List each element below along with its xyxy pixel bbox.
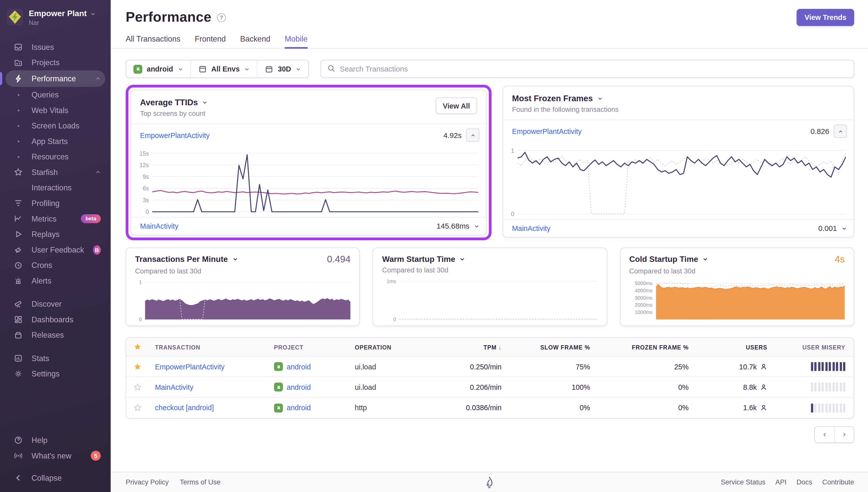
sidebar-item-stats[interactable]: Stats xyxy=(5,350,105,366)
sidebar-item-discover[interactable]: Discover xyxy=(5,296,105,312)
sidebar-item-issues[interactable]: Issues xyxy=(5,39,105,55)
sidebar-item-app-starts[interactable]: App Starts xyxy=(5,133,105,149)
footer-link-api[interactable]: API xyxy=(775,478,787,486)
column-header-users[interactable]: USERS xyxy=(689,343,767,350)
org-switcher[interactable]: Empower Plant Nar xyxy=(0,0,111,31)
favorite-star[interactable] xyxy=(126,403,149,412)
transaction-link[interactable]: checkout [android] xyxy=(155,403,214,412)
expand-chevron-icon[interactable] xyxy=(841,226,847,231)
most-frozen-frames-title-dropdown[interactable]: Most Frozen Frames xyxy=(512,94,618,103)
operation-cell: http xyxy=(355,403,438,412)
most-frozen-frames-chart[interactable] xyxy=(517,145,846,215)
slow-frame-cell: 100% xyxy=(502,383,590,391)
column-header-frozen-frame[interactable]: FROZEN FRAME % xyxy=(590,343,689,350)
footer-link-service-status[interactable]: Service Status xyxy=(721,478,765,486)
average-ttids-chart[interactable] xyxy=(152,148,478,213)
tpm-chart[interactable] xyxy=(145,278,351,320)
tab-backend[interactable]: Backend xyxy=(240,34,271,48)
expand-chevron-icon[interactable] xyxy=(474,223,479,229)
column-header-tpm[interactable]: TPM↓ xyxy=(438,343,502,350)
transaction-link[interactable]: EmpowerPlantActivity xyxy=(140,131,209,139)
sidebar-item-help[interactable]: Help xyxy=(5,432,105,448)
transaction-link[interactable]: EmpowerPlantActivity xyxy=(512,127,582,136)
search-input[interactable] xyxy=(321,60,854,78)
project-link[interactable]: android xyxy=(287,383,311,391)
sidebar-item-what-s-new[interactable]: What's new5 xyxy=(5,448,105,464)
favorite-column-header[interactable] xyxy=(126,343,149,351)
sidebar-item-profiling[interactable]: Profiling xyxy=(5,195,105,211)
card-title: Cold Startup Time xyxy=(629,255,698,264)
warm-startup-chart[interactable] xyxy=(399,277,597,320)
sidebar-item-metrics[interactable]: Metricsbeta xyxy=(5,211,105,227)
sidebar-item-dashboards[interactable]: Dashboards xyxy=(5,312,105,327)
transaction-link[interactable]: EmpowerPlantActivity xyxy=(155,362,225,371)
card-subtitle: Found in the following transactions xyxy=(512,106,618,114)
sidebar-item-queries[interactable]: Queries xyxy=(5,87,105,102)
sidebar-item-starfish[interactable]: Starfish xyxy=(5,165,105,180)
project-link[interactable]: android xyxy=(287,362,311,371)
warm-startup-title-dropdown[interactable]: Warm Startup Time xyxy=(382,254,465,264)
project-link[interactable]: android xyxy=(287,403,311,412)
sidebar-item-interactions[interactable]: Interactions xyxy=(5,180,105,196)
footer-link-terms-of-use[interactable]: Terms of Use xyxy=(180,478,221,486)
footer-link-contribute[interactable]: Contribute xyxy=(822,478,854,486)
content: android All Envs 30D xyxy=(111,49,868,458)
transaction-link[interactable]: MainActivity xyxy=(512,224,551,233)
sidebar-item-projects[interactable]: Projects xyxy=(5,55,105,71)
tpm-title-dropdown[interactable]: Transactions Per Minute xyxy=(135,254,238,264)
sidebar-item-web-vitals[interactable]: Web Vitals xyxy=(5,102,105,118)
sidebar-item-crons[interactable]: Crons xyxy=(5,257,105,273)
project-filter[interactable]: android xyxy=(126,60,191,78)
pagination xyxy=(126,426,854,443)
column-header-slow-frame[interactable]: SLOW FRAME % xyxy=(502,343,590,350)
sidebar-item-replays[interactable]: Replays xyxy=(5,226,105,242)
card-title: Average TTIDs xyxy=(140,97,198,107)
calendar-icon xyxy=(264,65,273,73)
collapse-sidebar-button[interactable]: Collapse xyxy=(5,470,105,486)
ttid-value: 4.92s xyxy=(443,131,462,139)
help-icon[interactable]: ? xyxy=(217,13,226,22)
favorite-star[interactable] xyxy=(126,383,149,391)
tab-mobile[interactable]: Mobile xyxy=(285,34,308,48)
tab-all-transactions[interactable]: All Transactions xyxy=(126,34,180,48)
date-range-filter[interactable]: 30D xyxy=(257,60,308,78)
next-page-button[interactable] xyxy=(834,427,854,442)
footer-link-privacy-policy[interactable]: Privacy Policy xyxy=(126,478,169,486)
chevron-down-icon xyxy=(202,99,208,105)
cold-startup-title-dropdown[interactable]: Cold Startup Time xyxy=(629,254,708,264)
column-header-operation[interactable]: OPERATION xyxy=(355,343,438,350)
column-header-transaction[interactable]: TRANSACTION xyxy=(149,343,274,350)
sidebar-item-label: Queries xyxy=(31,90,59,99)
sidebar-item-releases[interactable]: Releases xyxy=(5,327,105,343)
ttid-value: 145.68ms xyxy=(436,222,469,230)
sidebar-item-user-feedback[interactable]: User FeedbackB xyxy=(5,242,105,257)
y-tick-label: 0 xyxy=(511,211,514,217)
tab-frontend[interactable]: Frontend xyxy=(195,34,226,48)
collapse-toggle-button[interactable] xyxy=(834,125,847,138)
y-tick-label: 2000ms xyxy=(635,302,652,308)
chevron-down-icon xyxy=(460,254,465,264)
sidebar-item-resources[interactable]: Resources xyxy=(5,149,105,165)
collapse-toggle-button[interactable] xyxy=(466,128,480,142)
previous-page-button[interactable] xyxy=(815,427,834,442)
page-header: Performance ? View Trends All Transactio… xyxy=(111,0,868,48)
column-header-project[interactable]: PROJECT xyxy=(274,343,355,350)
sidebar-item-settings[interactable]: Settings xyxy=(5,366,105,382)
chevron-down-icon xyxy=(177,66,183,72)
favorite-star[interactable] xyxy=(126,362,149,371)
sidebar-item-alerts[interactable]: Alerts xyxy=(5,273,105,289)
environment-filter[interactable]: All Envs xyxy=(191,60,258,78)
transaction-link[interactable]: MainActivity xyxy=(155,383,194,391)
sidebar-item-performance[interactable]: Performance xyxy=(5,70,105,87)
average-ttids-title-dropdown[interactable]: Average TTIDs xyxy=(140,97,208,107)
search-icon xyxy=(327,64,335,73)
transaction-link[interactable]: MainActivity xyxy=(140,222,178,230)
footer-link-docs[interactable]: Docs xyxy=(796,478,812,486)
sidebar-item-screen-loads[interactable]: Screen Loads xyxy=(5,118,105,133)
sidebar-nav: IssuesProjectsPerformanceQueriesWeb Vita… xyxy=(0,31,111,382)
column-header-user-misery[interactable]: USER MISERY xyxy=(767,343,845,350)
y-tick-label: 1 xyxy=(511,147,514,154)
cold-startup-chart[interactable] xyxy=(656,278,845,320)
view-all-button[interactable]: View All xyxy=(435,97,477,114)
view-trends-button[interactable]: View Trends xyxy=(797,9,854,26)
